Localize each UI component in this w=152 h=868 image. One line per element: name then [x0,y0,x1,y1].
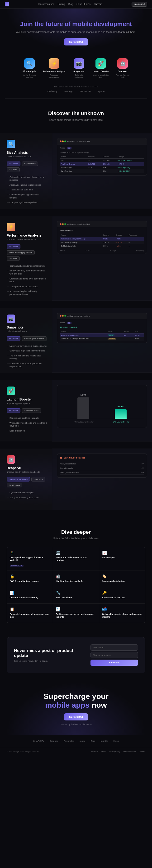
dive-title-9: Accurately measure all aspects of app si… [10,613,50,618]
tab-xcode[interactable]: Xcode [60,147,65,150]
hero-subtitle: We build powerful developer tools for mo… [9,30,143,34]
perf-table: Name Current Change Frequency Performanc… [60,233,144,248]
snap-explainer[interactable]: Watch a quick explainer [22,336,47,341]
nav-link-case-studies[interactable]: Case Studies [76,3,91,5]
navbar: Documentation Pricing Blog Case Studies … [0,0,152,8]
size-icon-badge: 🔍 [7,140,15,148]
launch-chart: 1.28 s 0.52 s Without Launch Booster Wit… [57,385,147,428]
footer-change-label: Change [110,250,117,251]
size-analysis-icon: 🔍 [24,58,35,69]
newsletter-section: Never miss a post or product update Sign… [7,637,145,673]
newsletter-name-input[interactable] [91,644,138,651]
nav-link-careers[interactable]: Careers [94,3,102,5]
dive-icon-11: 📬 [102,607,142,612]
nav-links: Documentation Pricing Blog Case Studies … [39,3,102,5]
nav-link-pricing[interactable]: Pricing [58,3,65,5]
hero-cta-button[interactable]: Get started [64,38,88,45]
minimize-dot [62,315,64,317]
nav-link-blog[interactable]: Blog [68,3,73,5]
launch-icon-badge: 🚀 [7,386,15,395]
reaper-waitlist[interactable]: Sign up for the waitlist [7,477,30,482]
maximize-dot [65,223,66,225]
newsletter-email-input[interactable] [91,652,138,658]
dive-cell-5: 🏷️ Sample call attribution [99,571,145,587]
dive-section: Dive deeper Unlock the full potential of… [0,517,152,632]
launch-read-docs[interactable]: Read docs [7,408,20,413]
newsletter-submit[interactable]: Subscribe [91,659,138,666]
product-size-analysis[interactable]: 🔍 Size Analysis Monitor & reduce app siz… [21,58,38,78]
dive-icon-1: 💻 [56,550,96,555]
reaper-how-it-works[interactable]: How it works [7,483,22,487]
hero-title: Join the future of mobile development [9,20,143,28]
table-row: HomeScreen_change_feature_here modified … [60,337,144,341]
launch-points: Reduce app start time instantly With jus… [7,416,47,432]
table-row: SDK tracking startup 12.1 ms +2.1 ms — [60,241,144,244]
table-row: SettingsViewController N/A [60,470,144,475]
reaper-panel: 8035 unused classes AnalyticsController … [57,454,147,478]
size-analysis-left: 🔍 Size Analysis Monitor & reduce app siz… [0,133,52,209]
dive-cell-11: 📬 Get weekly digests of app performance … [99,604,145,623]
size-explore-more[interactable]: Explore more [22,161,38,166]
snap-read-docs[interactable]: Read docs [7,336,20,341]
launch-booster-right: 1.28 s 0.52 s Without Launch Booster Wit… [52,380,152,441]
footer-logo-4: Earn [91,740,96,742]
size-read-docs[interactable]: Read docs [7,161,20,166]
dive-cell-3: 🔒 SOC 2 compliant and secure [7,571,53,587]
dive-cell-2: 📈 SEO support [99,547,145,570]
trusted-logos: Cash App duolingo GRUBHUB Square [5,90,147,93]
close-dot [60,315,61,317]
dive-title-7: Build installation [56,596,96,599]
footer-current: Current [85,250,90,251]
product-reaper[interactable]: 🤖 ReaperAI Auto-delete dead code [114,58,131,78]
launch-subtitle: Improve app startup time [7,402,47,404]
minimize-dot [62,141,64,142]
perf-read-docs[interactable]: Read docs [7,244,20,249]
dive-title-8: API access to raw data [102,596,142,599]
size-point-4: Understand your app download footprint [7,193,47,199]
product-performance[interactable]: ⚡ Performance Analysis Track app perform… [43,58,65,78]
footer-link-twitter[interactable]: Twitter [101,750,106,753]
product-snapshots[interactable]: 📷 Snapshots Build with confidence [71,58,87,78]
size-analysis-desc: Monitor & reduce app size [21,74,38,78]
window-controls [60,315,66,317]
reaper-read-docs[interactable]: Read docs [31,477,45,482]
size-get-demo[interactable]: Get demo [7,167,20,172]
close-dot [60,141,61,142]
footer-link-privacy[interactable]: Privacy Policy [109,750,120,753]
perf-point-1: Continuously monitor app startup time [7,265,47,268]
footer-link-email[interactable]: Email us [91,750,98,753]
footer-links: Email us Twitter Privacy Policy Terms of… [91,750,145,753]
snapshots-name: Snapshots [73,70,84,72]
chart-label-right: 0.52 s [118,405,124,408]
nav-cta-button[interactable]: Start a trial [132,2,147,7]
dive-icon-6: 📊 [10,590,50,595]
size-col-name: Name [60,155,87,159]
snapshots-sdk-header: Add awesome new feature [57,313,147,319]
footer-frequency: Frequency [136,250,144,251]
footer-cta-button[interactable]: Get started [64,713,88,720]
reaper-warning: 8035 unused classes [60,457,144,459]
size-table: Name Number Current Change main 12 6.51 … [60,155,144,173]
table-row: main 12 6.51 MB +6.51 MB (100%) [60,158,144,162]
dive-title-4: Machine learning available [56,580,96,583]
launch-how-it-works[interactable]: See how it works [22,408,41,413]
reaper-icon-badge: 🤖 [7,455,15,464]
nav-link-docs[interactable]: Documentation [39,3,54,5]
size-sdk-panel: Add random analytics SDK Xcode 33 Change… [57,138,147,176]
launch-booster-left: 🚀 Launch Booster Improve app startup tim… [0,380,52,441]
footer-link-careers[interactable]: Careers [139,750,145,753]
trusted-by-title: Trusted by the best mobile teams [5,86,147,88]
snap-tab-count: 22 [67,321,71,324]
perf-get-demo[interactable]: Get demo [7,256,20,261]
snap-tab-xcode[interactable]: Xcode [60,321,65,324]
footer-bar: © 2024 Emerge Tools. All rights reserved… [0,747,152,756]
snapshots-subtitle: Build with confidence [7,330,47,333]
bar-without-booster [77,397,89,419]
bar-with-booster [115,409,127,419]
perf-debug-session[interactable]: Watch a debugging session [7,250,35,255]
footer-link-terms[interactable]: Terms of Service [123,750,136,753]
product-launch-booster[interactable]: 🚀 Launch Booster Improve app startup tim… [93,58,109,78]
reaper-points: Dynamic runtime analysis See your freque… [7,491,47,499]
perf-point-3: Granular and frame-level performance dat… [7,277,47,283]
footer-before: Before [60,250,65,251]
